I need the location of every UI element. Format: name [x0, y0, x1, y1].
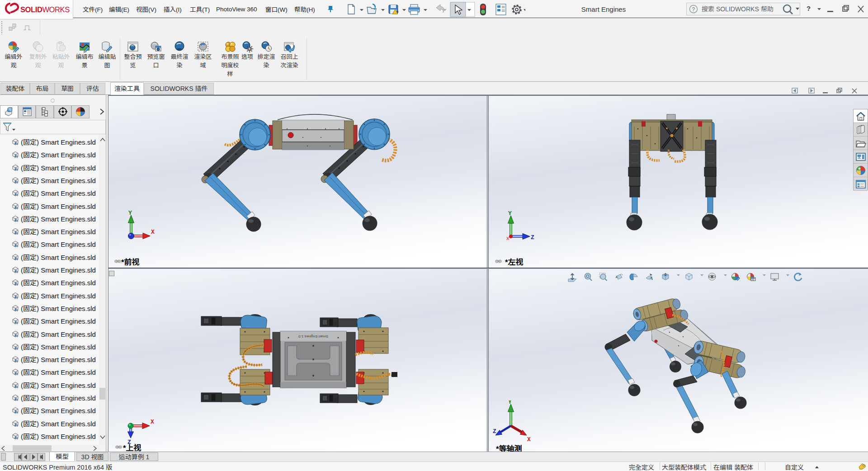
svg-text:X: X: [506, 236, 509, 241]
svg-text:Y: Y: [508, 400, 512, 405]
svg-text:A: A: [649, 275, 653, 281]
svg-text:Y: Y: [508, 211, 512, 217]
svg-text:Z: Z: [531, 234, 534, 241]
svg-text:Smart Engines 1.0: Smart Engines 1.0: [298, 334, 328, 339]
svg-text:SOLIDWORKS: SOLIDWORKS: [20, 5, 70, 14]
svg-text:?: ?: [692, 6, 695, 13]
svg-text:Y: Y: [128, 211, 132, 217]
svg-text:X: X: [527, 436, 531, 442]
svg-text:Z: Z: [493, 428, 496, 435]
svg-text:X: X: [151, 229, 155, 236]
svg-text:X: X: [151, 419, 154, 425]
